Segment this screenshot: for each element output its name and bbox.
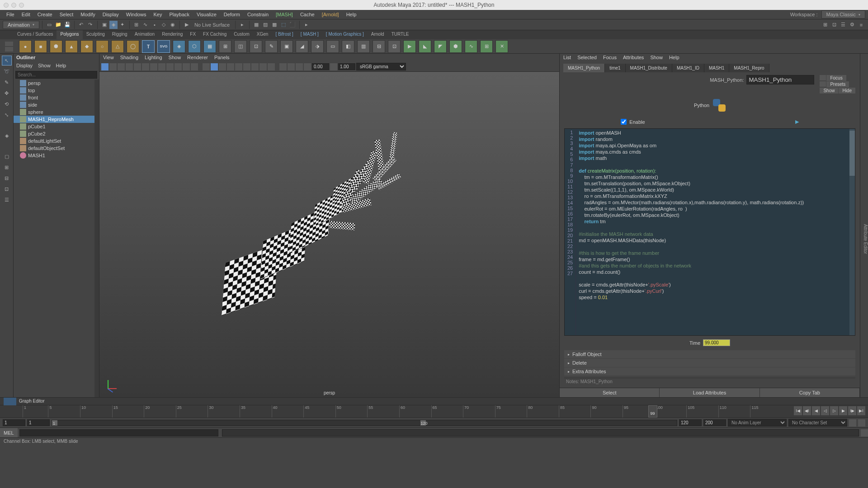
shelf-tab-rendering[interactable]: Rendering bbox=[158, 30, 186, 39]
outliner-menu-help[interactable]: Help bbox=[56, 63, 66, 69]
timeline-current-frame[interactable]: 99 bbox=[648, 405, 657, 418]
vp-grease-icon[interactable] bbox=[134, 63, 141, 70]
smooth-icon[interactable]: ✎ bbox=[265, 40, 278, 53]
save-scene-icon[interactable]: 💾 bbox=[63, 21, 71, 29]
time-input[interactable] bbox=[703, 339, 730, 346]
menu-help[interactable]: Help bbox=[343, 12, 360, 17]
menu-create[interactable]: Create bbox=[34, 12, 56, 17]
target-weld-icon[interactable]: ⊡ bbox=[388, 40, 401, 53]
shelf-tab-rigging[interactable]: Rigging bbox=[108, 30, 131, 39]
go-end-icon[interactable]: ▶I bbox=[857, 406, 865, 415]
poly-cone-icon[interactable]: ▲ bbox=[65, 40, 78, 53]
attr-tab-time1[interactable]: time1 bbox=[605, 64, 625, 72]
range-slider[interactable]: 1 120 bbox=[52, 420, 677, 426]
menu-file[interactable]: File bbox=[3, 12, 18, 17]
attr-tab-MASH1_Repro[interactable]: MASH1_Repro bbox=[729, 64, 769, 72]
paint-mode-icon[interactable]: ✦ bbox=[118, 21, 127, 29]
shelf-tab-fx-caching[interactable]: FX Caching bbox=[199, 30, 230, 39]
vp-motion-blur-icon[interactable] bbox=[251, 63, 259, 70]
attr-menu-show[interactable]: Show bbox=[650, 55, 663, 61]
vp-menu-renderer[interactable]: Renderer bbox=[187, 55, 208, 61]
insert-edge-icon[interactable]: ▥ bbox=[357, 40, 370, 53]
outliner-item-defaultObjectSet[interactable]: defaultObjectSet bbox=[14, 145, 99, 152]
vp-2d-zoom-icon[interactable] bbox=[126, 63, 133, 70]
shelf-tab-xgen[interactable]: XGen bbox=[253, 30, 272, 39]
reduce-icon[interactable]: ◢ bbox=[296, 40, 308, 53]
redo-icon[interactable]: ↷ bbox=[86, 21, 94, 29]
shelf-tab-motion-graphics[interactable]: [ Motion Graphics ] bbox=[322, 30, 368, 39]
attr-menu-help[interactable]: Help bbox=[669, 55, 679, 61]
poly-sphere-icon[interactable]: ● bbox=[19, 40, 32, 53]
menu-modify[interactable]: Modify bbox=[77, 12, 99, 17]
outliner-item-persp[interactable]: persp bbox=[14, 80, 99, 87]
multi-cut-icon[interactable]: ⊟ bbox=[373, 40, 385, 53]
vp-safe-action-icon[interactable] bbox=[183, 63, 190, 70]
viewport-canvas[interactable]: persp bbox=[99, 72, 559, 397]
mash-util3-icon[interactable]: ✕ bbox=[495, 40, 508, 53]
menu-windows[interactable]: Windows bbox=[123, 12, 150, 17]
separate-icon[interactable]: ◫ bbox=[234, 40, 247, 53]
poly-cylinder-icon[interactable]: ⬢ bbox=[50, 40, 62, 53]
vp-shadows-icon[interactable] bbox=[235, 63, 242, 70]
script-editor-icon[interactable] bbox=[861, 429, 868, 436]
vp-ao-icon[interactable] bbox=[243, 63, 250, 70]
attr-tab-MASH1_ID[interactable]: MASH1_ID bbox=[672, 64, 704, 72]
autokey-icon[interactable] bbox=[849, 419, 856, 427]
mirror-icon[interactable]: ⊡ bbox=[250, 40, 262, 53]
vp-exposure-icon[interactable] bbox=[304, 63, 311, 70]
move-tool-icon[interactable]: ✥ bbox=[2, 88, 12, 98]
shelf-tab-curves---surfaces[interactable]: Curves / Surfaces bbox=[14, 30, 57, 39]
outliner-item-side[interactable]: side bbox=[14, 101, 99, 108]
snap-plane-icon[interactable]: ◇ bbox=[160, 21, 168, 29]
vp-wireframe-icon[interactable] bbox=[203, 63, 210, 70]
undo-icon[interactable]: ↶ bbox=[77, 21, 85, 29]
attr-menu-attributes[interactable]: Attributes bbox=[623, 55, 644, 61]
right-dock[interactable]: Attribute Editor bbox=[860, 54, 868, 397]
show-button[interactable]: Show bbox=[820, 88, 838, 94]
vp-safe-title-icon[interactable] bbox=[191, 63, 198, 70]
two-pane-v-icon[interactable]: ⊡ bbox=[2, 184, 12, 194]
poly-pyramid-icon[interactable]: △ bbox=[111, 40, 124, 53]
attr-copy-tab-button[interactable]: Copy Tab bbox=[760, 388, 860, 397]
two-pane-h-icon[interactable]: ⊟ bbox=[2, 173, 12, 183]
lasso-mode-icon[interactable]: ◈ bbox=[109, 21, 118, 29]
scale-tool-icon[interactable]: ⤡ bbox=[2, 110, 12, 120]
rotate-tool-icon[interactable]: ⟲ bbox=[2, 99, 12, 109]
vp-film-gate-icon[interactable] bbox=[150, 63, 157, 70]
shelf-tab-bifrost[interactable]: [ Bifrost ] bbox=[272, 30, 297, 39]
vp-xray-joints-icon[interactable] bbox=[296, 63, 303, 70]
vp-gate-mask-icon[interactable] bbox=[166, 63, 174, 70]
vp-menu-view[interactable]: View bbox=[103, 55, 114, 61]
mash-cache-icon[interactable]: ◤ bbox=[434, 40, 447, 53]
hide-button[interactable]: Hide bbox=[839, 88, 855, 94]
play-button-icon[interactable]: ▶ bbox=[795, 119, 799, 125]
attr-section-delete[interactable]: Delete bbox=[564, 359, 855, 367]
outliner-toggle-icon[interactable]: ☰ bbox=[2, 195, 12, 205]
vp-textured-icon[interactable] bbox=[219, 63, 226, 70]
outliner-item-pCube1[interactable]: pCube1 bbox=[14, 123, 99, 130]
render-frame-icon[interactable]: ▨ bbox=[261, 21, 269, 29]
go-start-icon[interactable]: I◀ bbox=[794, 406, 802, 415]
attr-section-extra-attributes[interactable]: Extra Attributes bbox=[564, 367, 855, 375]
vp-isolate-icon[interactable] bbox=[279, 63, 287, 70]
construction-history-icon[interactable]: ▸ bbox=[238, 21, 246, 29]
bevel-icon[interactable]: ◧ bbox=[342, 40, 354, 53]
attr-load-attributes-button[interactable]: Load Attributes bbox=[660, 388, 760, 397]
last-tool-icon[interactable]: ◈ bbox=[2, 131, 12, 141]
poly-pipe-icon[interactable]: ◯ bbox=[127, 40, 139, 53]
modeling-toolkit-icon[interactable]: ⊡ bbox=[830, 21, 838, 29]
render-settings-icon[interactable]: ⬚ bbox=[279, 21, 288, 29]
new-scene-icon[interactable]: ▭ bbox=[45, 21, 53, 29]
shelf-toggle[interactable] bbox=[4, 41, 14, 52]
vp-res-gate-icon[interactable] bbox=[158, 63, 165, 70]
menu-select[interactable]: Select bbox=[56, 12, 77, 17]
shelf-tab-animation[interactable]: Animation bbox=[131, 30, 158, 39]
ipr-render-icon[interactable]: ▩ bbox=[270, 21, 278, 29]
shelf-tab-arnold[interactable]: Arnold bbox=[368, 30, 388, 39]
range-inner-start-input[interactable] bbox=[27, 419, 50, 426]
menu-cache[interactable]: Cache bbox=[297, 12, 318, 17]
outliner-search-input[interactable] bbox=[15, 71, 97, 79]
poly-type-icon[interactable]: T bbox=[142, 40, 155, 53]
outliner-item-pCube2[interactable]: pCube2 bbox=[14, 130, 99, 137]
vp-menu-panels[interactable]: Panels bbox=[214, 55, 230, 61]
